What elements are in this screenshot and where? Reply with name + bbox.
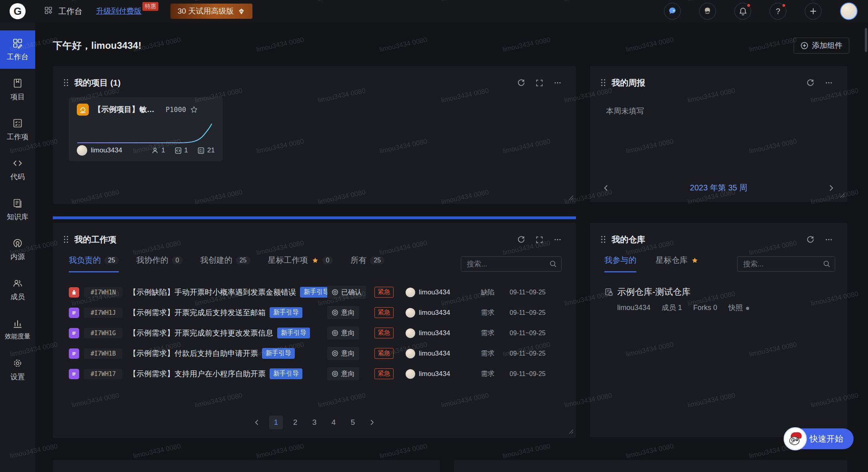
workitem-row[interactable]: #I7WH1J 【示例需求】开票完成后支持发送至邮箱 新手引导 意向 紧急 li… [53, 302, 576, 323]
workitem-assignee: limou3434 [406, 288, 481, 297]
more-icon[interactable] [554, 236, 562, 244]
refresh-icon[interactable] [806, 236, 814, 244]
ai-assistant-icon[interactable] [664, 3, 681, 20]
workitem-title[interactable]: 【示例需求】开票完成后支持发送至邮箱 [129, 308, 266, 318]
workitem-dates: 09-11~09-25 [510, 289, 560, 296]
gitee-logo[interactable]: G [10, 3, 26, 19]
week-label[interactable]: 2023 年第 35 周 [610, 182, 827, 193]
tab-label: 我参与的 [604, 255, 636, 266]
page-number[interactable]: 1 [269, 416, 283, 429]
prev-week-chevron-icon[interactable] [602, 184, 610, 192]
help-icon[interactable]: ? [770, 3, 786, 20]
project-tile[interactable]: 【示例项目】敏捷研... P1000 limou3434 1 [69, 97, 223, 161]
scrollbar-thumb[interactable] [865, 28, 867, 52]
drag-handle-icon[interactable] [600, 78, 606, 87]
more-icon[interactable] [825, 79, 833, 87]
project-name: 【示例项目】敏捷研... [94, 104, 162, 115]
page-number[interactable]: 4 [327, 416, 340, 429]
workitem-row[interactable]: #I7WH1N 【示例缺陷】手动开票时小概率遇到发票金额错误 新手引导 已确认 … [53, 282, 576, 302]
repo-snapshot-label: 快照 [728, 304, 743, 312]
workitem-status: 意向 [327, 326, 374, 340]
more-icon[interactable] [825, 236, 833, 244]
workitem-dates: 09-11~09-25 [510, 330, 560, 337]
tab-assigned-to-me[interactable]: 我负责的 25 [69, 255, 119, 272]
workitem-row[interactable]: #I7WH17 【示例需求】支持用户在小程序自助开票 新手引导 意向 紧急 li… [53, 364, 576, 384]
repo-search-input[interactable] [737, 256, 835, 272]
tab-starred-repos[interactable]: 星标仓库 [656, 255, 698, 272]
notifications-bell-icon[interactable] [734, 3, 751, 20]
workitem-title-wrap: 【示例缺陷】手动开票时小概率遇到发票金额错误 新手引导 [129, 287, 327, 298]
star-outline-icon[interactable] [190, 106, 198, 114]
topbar-nav-workbench[interactable]: 工作台 [58, 6, 82, 17]
tab-starred-workitems[interactable]: 星标工作项 0 [268, 255, 333, 272]
drag-handle-icon[interactable] [63, 235, 69, 244]
tab-label: 我协作的 [136, 255, 168, 266]
refresh-icon[interactable] [517, 79, 525, 87]
sidebar-item-projects[interactable]: 项目 [0, 70, 35, 109]
apps-grid-icon[interactable] [44, 6, 53, 16]
workitem-title[interactable]: 【示例需求】付款后支持自助申请开票 [129, 348, 258, 359]
plus-circle-icon [800, 42, 808, 50]
repo-item[interactable]: 示例仓库-测试仓库 limou3434 成员 1 Forks 0 快照 [604, 286, 835, 312]
workitem-row[interactable]: #I7WH1B 【示例需求】付款后支持自助申请开票 新手引导 意向 紧急 lim… [53, 343, 576, 364]
sidebar-item-settings[interactable]: 设置 [0, 350, 35, 389]
priority-badge: 紧急 [374, 348, 394, 359]
resize-handle-icon[interactable] [568, 194, 574, 202]
quick-start-button[interactable]: 快速开始 [785, 428, 854, 449]
person-icon [152, 147, 158, 154]
drag-handle-icon[interactable] [63, 78, 69, 87]
refresh-icon[interactable] [517, 236, 525, 244]
status-label: 意向 [341, 369, 355, 378]
sidebar-item-members[interactable]: 成员 [0, 270, 35, 309]
workitem-assignee: limou3434 [406, 369, 481, 379]
page-number[interactable]: 5 [346, 416, 360, 429]
trial-button[interactable]: 30 天试用高级版 [170, 4, 252, 19]
settings-gear-icon [12, 358, 23, 368]
page-greeting: 下午好，limou3434! [53, 39, 141, 52]
resize-handle-icon[interactable] [839, 192, 845, 200]
refresh-icon[interactable] [806, 79, 814, 87]
tab-created-by-me[interactable]: 我创建的 25 [200, 255, 250, 272]
tab-participating[interactable]: 我参与的 [604, 255, 636, 272]
page-number[interactable]: 3 [308, 416, 321, 429]
assignee-name: limou3434 [419, 329, 450, 337]
next-week-chevron-icon[interactable] [827, 184, 835, 192]
fullscreen-icon[interactable] [536, 236, 543, 244]
card-actions [517, 79, 562, 87]
repo-search [737, 256, 835, 272]
sidebar-item-metrics[interactable]: 效能度量 [0, 310, 35, 349]
prev-page-chevron-icon[interactable] [250, 416, 264, 429]
sidebar-item-workbench[interactable]: 工作台 [0, 30, 35, 69]
next-page-chevron-icon[interactable] [365, 416, 379, 429]
tab-all[interactable]: 所有 25 [350, 255, 384, 272]
upgrade-link[interactable]: 升级到付费版 [96, 6, 142, 16]
tab-collaborating[interactable]: 我协作的 0 [136, 255, 183, 272]
fullscreen-icon[interactable] [536, 79, 543, 87]
search-icon [823, 260, 830, 269]
create-plus-icon[interactable] [805, 3, 822, 20]
drag-handle-icon[interactable] [600, 235, 606, 244]
priority-badge: 紧急 [374, 287, 394, 298]
resize-handle-icon[interactable] [568, 428, 574, 436]
assignee-name: limou3434 [419, 350, 450, 358]
sidebar-item-insource[interactable]: 内源 [0, 230, 35, 269]
sidebar-item-knowledge[interactable]: 知识库 [0, 190, 35, 229]
workitem-title[interactable]: 【示例缺陷】手动开票时小概率遇到发票金额错误 [129, 287, 296, 298]
status-label: 已确认 [341, 288, 362, 297]
page-number[interactable]: 2 [288, 416, 302, 429]
repo-owner: limou3434 [617, 304, 650, 312]
workitem-icon [12, 118, 23, 128]
repo-title-line: 示例仓库-测试仓库 [604, 286, 835, 298]
workitem-search-input[interactable] [461, 256, 562, 272]
repo-name[interactable]: 示例仓库-测试仓库 [617, 286, 690, 298]
workitem-row[interactable]: #I7WH1G 【示例需求】开票完成前支持更改发票信息 新手引导 意向 紧急 l… [53, 323, 576, 343]
mask-icon[interactable] [699, 3, 716, 20]
workitem-title[interactable]: 【示例需求】支持用户在小程序自助开票 [129, 369, 266, 379]
workitem-tabs: 我负责的 25 我协作的 0 我创建的 25 星标工作项 0 所有 25 [69, 255, 384, 272]
workitem-title[interactable]: 【示例需求】开票完成前支持更改发票信息 [129, 328, 273, 338]
more-icon[interactable] [554, 79, 562, 87]
user-avatar[interactable] [840, 2, 858, 20]
sidebar-item-workitems[interactable]: 工作项 [0, 110, 35, 149]
sidebar-item-code[interactable]: 代码 [0, 150, 35, 189]
add-widget-button[interactable]: 添加组件 [794, 38, 849, 54]
